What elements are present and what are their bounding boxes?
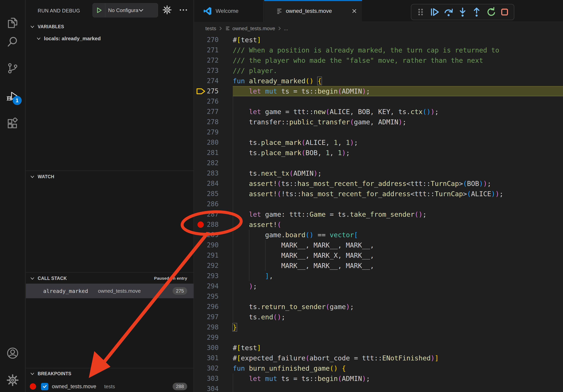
gutter[interactable]: 280 [194, 137, 233, 148]
code-line-290[interactable]: 290 MARK__, MARK__, MARK__, [194, 240, 563, 250]
code-line-288[interactable]: 288 assert!( [194, 220, 563, 230]
gutter[interactable]: 273 [194, 65, 233, 76]
code-line-282[interactable]: 282 [194, 158, 563, 168]
breadcrumb-more[interactable]: ... [284, 26, 288, 32]
code-line-273[interactable]: 273/// player. [194, 65, 563, 76]
line-content[interactable] [233, 199, 563, 209]
code-line-278[interactable]: 278 transfer::public_transfer(game, ADMI… [194, 117, 563, 127]
line-content[interactable]: assert!(!ts::has_most_recent_for_address… [233, 189, 563, 199]
gutter[interactable]: 270 [194, 35, 233, 45]
line-content[interactable]: assert!(ts::has_most_recent_for_address<… [233, 178, 563, 189]
breakpoint-dot[interactable] [197, 222, 204, 228]
code-line-303[interactable]: 303 let mut ts = ts::begin(ADMIN); [194, 373, 563, 384]
gutter[interactable]: 304 [194, 384, 233, 392]
code-line-304[interactable]: 304 [194, 384, 563, 392]
code-line-289[interactable]: 289 game.board() == vector[ [194, 230, 563, 240]
line-content[interactable]: ], [233, 271, 563, 281]
line-content[interactable]: ts.end(); [233, 312, 563, 322]
gutter[interactable]: 301 [194, 353, 233, 363]
line-content[interactable]: let mut ts = ts::begin(ADMIN); [233, 86, 563, 96]
stop-button[interactable] [500, 7, 510, 17]
extensions-icon[interactable] [7, 118, 19, 130]
code-line-279[interactable]: 279 [194, 127, 563, 137]
line-content[interactable]: game.board() == vector[ [233, 230, 563, 240]
line-content[interactable] [233, 291, 563, 301]
step-out-button[interactable] [472, 7, 482, 17]
code-line-293[interactable]: 293 ], [194, 271, 563, 281]
breakpoint-checkbox[interactable] [41, 383, 48, 390]
section-variables[interactable]: VARIABLES [26, 21, 193, 32]
account-icon[interactable] [7, 347, 19, 359]
gutter[interactable]: 271 [194, 45, 233, 55]
gutter[interactable]: 297 [194, 312, 233, 322]
code-line-286[interactable]: 286 [194, 199, 563, 209]
breakpoint-list-item[interactable]: owned_tests.move tests 288 [26, 381, 193, 392]
line-content[interactable]: } [233, 322, 563, 332]
breadcrumb-file[interactable]: owned_tests.move [232, 26, 275, 32]
gutter[interactable]: 300 [194, 343, 233, 353]
line-content[interactable]: ts.next_tx(ADMIN); [233, 168, 563, 178]
search-icon[interactable] [7, 36, 19, 48]
tab-welcome[interactable]: Welcome [194, 0, 264, 22]
code-line-270[interactable]: 270#[test] [194, 35, 563, 45]
code-line-300[interactable]: 300#[test] [194, 343, 563, 353]
code-editor[interactable]: 270#[test]271/// When a position is alre… [194, 35, 563, 392]
gutter[interactable]: 282 [194, 158, 233, 168]
code-line-287[interactable]: 287 let game: ttt::Game = ts.take_from_s… [194, 209, 563, 220]
run-and-debug-icon[interactable]: 1 [7, 91, 19, 102]
line-content[interactable]: /// When a position is already marked, t… [233, 45, 563, 55]
code-line-301[interactable]: 301#[expected_failure(abort_code = ttt::… [194, 353, 563, 363]
section-watch[interactable]: WATCH [26, 171, 193, 182]
code-line-294[interactable]: 294 ); [194, 281, 563, 291]
source-control-icon[interactable] [7, 62, 19, 74]
code-line-292[interactable]: 292 MARK__, MARK__, MARK__, [194, 261, 563, 271]
code-line-284[interactable]: 284 assert!(ts::has_most_recent_for_addr… [194, 178, 563, 189]
settings-gear-icon[interactable] [7, 374, 19, 386]
line-content[interactable]: ts.return_to_sender(game); [233, 301, 563, 312]
line-content[interactable]: #[test] [233, 343, 563, 353]
continue-button[interactable] [430, 7, 439, 17]
variables-scope-locals[interactable]: locals: already_marked [26, 33, 193, 44]
line-content[interactable]: ts.place_mark(ALICE, 1, 1); [233, 137, 563, 148]
gutter[interactable]: 302 [194, 363, 233, 373]
line-content[interactable] [233, 384, 563, 392]
call-stack-frame-row[interactable]: already_marked owned_tests.move 275 [26, 284, 193, 298]
tab-owned-tests-move[interactable]: owned_tests.move [264, 0, 362, 22]
gutter[interactable]: 276 [194, 96, 233, 107]
gutter[interactable]: 293 [194, 271, 233, 281]
line-content[interactable]: ts.place_mark(BOB, 1, 1); [233, 148, 563, 158]
explorer-icon[interactable] [7, 17, 19, 29]
code-line-295[interactable]: 295 [194, 291, 563, 301]
line-content[interactable] [233, 96, 563, 107]
gutter[interactable]: 285 [194, 189, 233, 199]
line-content[interactable]: /// the player who made the "false" move… [233, 55, 563, 65]
gutter[interactable]: 303 [194, 373, 233, 384]
section-call-stack[interactable]: CALL STACK Paused on entry [26, 273, 193, 284]
gutter[interactable]: 292 [194, 261, 233, 271]
code-line-298[interactable]: 298} [194, 322, 563, 332]
gutter[interactable]: 283 [194, 168, 233, 178]
line-content[interactable] [233, 332, 563, 343]
code-line-283[interactable]: 283 ts.next_tx(ADMIN); [194, 168, 563, 178]
code-line-280[interactable]: 280 ts.place_mark(ALICE, 1, 1); [194, 137, 563, 148]
line-content[interactable]: /// player. [233, 65, 563, 76]
more-actions-icon[interactable] [177, 5, 189, 15]
line-content[interactable] [233, 127, 563, 137]
step-into-button[interactable] [458, 7, 468, 17]
line-content[interactable]: let game = ttt::new(ALICE, BOB, KEY, ts.… [233, 107, 563, 117]
code-line-274[interactable]: 274fun already_marked() { [194, 76, 563, 86]
drag-handle-icon[interactable] [416, 7, 425, 17]
line-content[interactable]: transfer::public_transfer(game, ADMIN); [233, 117, 563, 127]
code-line-277[interactable]: 277 let game = ttt::new(ALICE, BOB, KEY,… [194, 107, 563, 117]
line-content[interactable]: #[expected_failure(abort_code = ttt::ENo… [233, 353, 563, 363]
gutter[interactable]: 278 [194, 117, 233, 127]
code-line-272[interactable]: 272/// the player who made the "false" m… [194, 55, 563, 65]
code-line-275[interactable]: 275 let mut ts = ts::begin(ADMIN); [194, 86, 563, 96]
gutter[interactable]: 290 [194, 240, 233, 250]
code-line-281[interactable]: 281 ts.place_mark(BOB, 1, 1); [194, 148, 563, 158]
line-content[interactable]: MARK__, MARK__, MARK__, [233, 240, 563, 250]
code-line-299[interactable]: 299 [194, 332, 563, 343]
gutter[interactable]: 284 [194, 178, 233, 189]
gutter[interactable]: 286 [194, 199, 233, 209]
breadcrumb-folder[interactable]: tests [205, 26, 216, 32]
